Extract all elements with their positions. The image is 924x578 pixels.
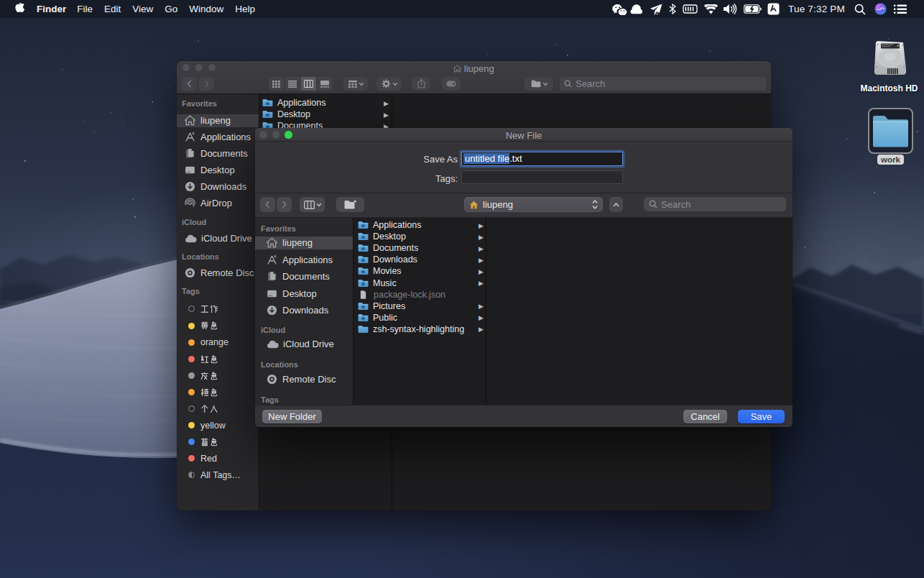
svg-text:P+: P+ <box>654 12 658 15</box>
